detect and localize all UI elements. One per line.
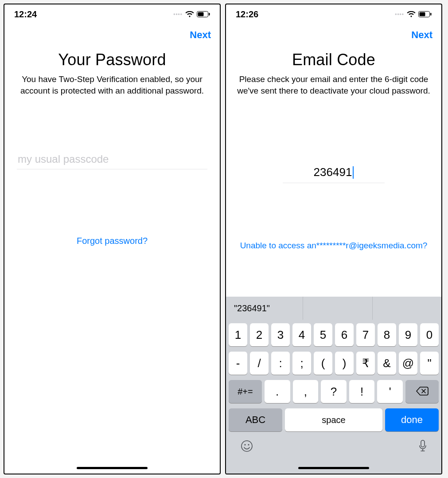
- key-slash[interactable]: /: [250, 352, 269, 375]
- key-space[interactable]: space: [285, 408, 382, 431]
- wifi-icon: [185, 11, 194, 18]
- status-bar: 12:26 ••••: [226, 4, 441, 24]
- key-row-4: ABC space done: [228, 408, 440, 431]
- key-period[interactable]: .: [265, 380, 290, 403]
- key-1[interactable]: 1: [229, 323, 247, 346]
- nav-bar: Next: [226, 24, 441, 43]
- key-paren-open[interactable]: (: [314, 352, 332, 375]
- suggestion-2[interactable]: [303, 297, 372, 320]
- code-field-wrap: 236491: [238, 163, 429, 183]
- key-row-1: 1 2 3 4 5 6 7 8 9 0: [228, 323, 440, 346]
- key-done[interactable]: done: [385, 408, 439, 431]
- next-button[interactable]: Next: [411, 29, 432, 41]
- unable-access-link[interactable]: Unable to access an*********r@igeeksmedi…: [226, 241, 441, 251]
- svg-rect-5: [430, 13, 432, 16]
- svg-point-8: [248, 444, 249, 445]
- key-3[interactable]: 3: [271, 323, 290, 346]
- key-semicolon[interactable]: ;: [292, 352, 311, 375]
- suggestion-1[interactable]: "236491": [226, 297, 303, 320]
- key-8[interactable]: 8: [378, 323, 396, 346]
- status-time: 12:26: [236, 9, 258, 20]
- suggestion-3[interactable]: [373, 297, 441, 320]
- key-paren-close[interactable]: ): [335, 352, 354, 375]
- cellular-dots-icon: ••••: [395, 11, 404, 17]
- suggestion-bar: "236491": [226, 297, 441, 320]
- svg-point-7: [244, 444, 245, 445]
- svg-point-6: [242, 441, 252, 451]
- battery-icon: [197, 11, 210, 17]
- key-2[interactable]: 2: [250, 323, 269, 346]
- key-exclaim[interactable]: !: [349, 380, 375, 403]
- code-value: 236491: [314, 165, 352, 179]
- key-comma[interactable]: ,: [293, 380, 319, 403]
- key-question[interactable]: ?: [321, 380, 347, 403]
- text-cursor: [353, 166, 354, 179]
- battery-icon: [418, 11, 432, 17]
- svg-rect-1: [198, 12, 204, 16]
- nav-bar: Next: [4, 24, 220, 43]
- key-5[interactable]: 5: [314, 323, 332, 346]
- forgot-password-link[interactable]: Forgot password?: [4, 236, 220, 246]
- svg-rect-9: [421, 440, 425, 447]
- code-input[interactable]: 236491: [283, 163, 385, 183]
- svg-rect-2: [209, 13, 210, 16]
- status-right: ••••: [173, 11, 210, 18]
- key-ampersand[interactable]: &: [378, 352, 396, 375]
- status-bar: 12:24 ••••: [4, 4, 220, 24]
- key-dash[interactable]: -: [229, 352, 247, 375]
- key-abc[interactable]: ABC: [229, 408, 282, 431]
- home-indicator[interactable]: [77, 467, 148, 469]
- key-4[interactable]: 4: [292, 323, 311, 346]
- password-field-wrap: [17, 149, 207, 169]
- key-7[interactable]: 7: [356, 323, 375, 346]
- home-indicator[interactable]: [298, 467, 369, 469]
- backspace-icon: [416, 385, 429, 399]
- page-description: Please check your email and enter the 6-…: [226, 69, 441, 96]
- cellular-dots-icon: ••••: [173, 11, 183, 17]
- key-row-3: #+= . , ? ! ': [228, 380, 440, 403]
- key-at[interactable]: @: [399, 352, 417, 375]
- key-symbols[interactable]: #+=: [229, 380, 262, 403]
- key-0[interactable]: 0: [420, 323, 439, 346]
- key-6[interactable]: 6: [335, 323, 354, 346]
- keyboard: "236491" 1 2 3 4 5 6 7 8 9 0 - / : ; ( )…: [226, 297, 441, 474]
- key-quote[interactable]: ": [420, 352, 439, 375]
- page-title: Your Password: [4, 51, 220, 69]
- svg-rect-4: [420, 12, 425, 16]
- page-title: Email Code: [226, 51, 441, 69]
- status-right: ••••: [395, 11, 432, 18]
- page-description: You have Two-Step Verification enabled, …: [4, 69, 220, 96]
- phone-left-password: 12:24 •••• Next Your Password You have T…: [4, 4, 221, 474]
- key-rupee[interactable]: ₹: [356, 352, 375, 375]
- password-input[interactable]: [17, 149, 207, 169]
- key-row-2: - / : ; ( ) ₹ & @ ": [228, 352, 440, 375]
- key-colon[interactable]: :: [271, 352, 290, 375]
- emoji-icon[interactable]: [240, 439, 253, 456]
- keyboard-bottom-row: [228, 431, 440, 456]
- next-button[interactable]: Next: [190, 29, 211, 41]
- key-apostrophe[interactable]: ': [377, 380, 403, 403]
- key-9[interactable]: 9: [399, 323, 417, 346]
- status-time: 12:24: [14, 9, 37, 20]
- phone-right-emailcode: 12:26 •••• Next Email Code Please check …: [225, 4, 442, 474]
- mic-icon[interactable]: [418, 439, 427, 456]
- key-backspace[interactable]: [405, 380, 439, 403]
- wifi-icon: [407, 11, 416, 18]
